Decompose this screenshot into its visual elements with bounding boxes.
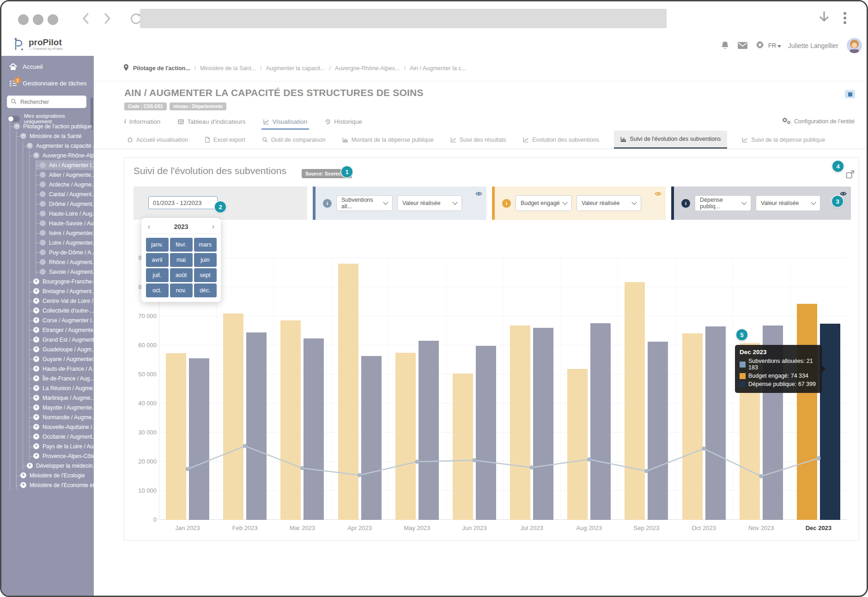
month-button-ao-t[interactable]: août bbox=[170, 268, 193, 282]
breadcrumb-item[interactable]: Ministère de la Sant... bbox=[200, 65, 256, 72]
subtab-accueil-visualisation[interactable]: Accueil visualisation bbox=[125, 131, 190, 149]
month-button-juil[interactable]: juil. bbox=[146, 268, 169, 282]
tree-item-allier-augmente[interactable]: Allier / Augmente... bbox=[36, 170, 94, 180]
tree-item-la-r-union-augme[interactable]: +La Réunion / Augme... bbox=[30, 383, 94, 393]
tree-item-haute-loire-aug[interactable]: Haute-Loire / Aug... bbox=[36, 209, 94, 218]
tree-item-minist-re-de-la-sant[interactable]: −Ministère de la Santé bbox=[17, 131, 94, 141]
eye-icon[interactable] bbox=[655, 190, 662, 198]
month-button-juin[interactable]: juin bbox=[194, 253, 217, 267]
subtab-suivi-de-la-d-pense-publique[interactable]: Suivi de la dépense publique bbox=[740, 131, 827, 149]
bar-d-pense-publique-feb-2023[interactable] bbox=[246, 332, 267, 520]
kebab-menu-icon[interactable] bbox=[843, 12, 847, 26]
tree-item-pilotage-de-l-action-publique[interactable]: −Pilotage de l'action publique ... bbox=[10, 121, 94, 131]
bar-d-pense-publique-aug-2023[interactable] bbox=[590, 323, 611, 520]
download-icon[interactable] bbox=[818, 11, 830, 26]
tree-item-grand-est-augment[interactable]: +Grand Est / Augment... bbox=[30, 335, 94, 344]
month-button-sept[interactable]: sept bbox=[194, 268, 217, 282]
tree-item-normandie-augme[interactable]: +Normandie / Augme... bbox=[30, 412, 94, 422]
bell-icon[interactable] bbox=[721, 41, 729, 52]
subtab-montant-de-la-d-pense-publique[interactable]: Montant de la dépense publique bbox=[340, 131, 436, 149]
gear-icon[interactable] bbox=[756, 41, 764, 51]
breadcrumb-item[interactable]: Ain / Augmenter la c... bbox=[410, 65, 466, 72]
expand-icon[interactable] bbox=[846, 170, 855, 181]
forward-icon[interactable] bbox=[102, 12, 112, 26]
plus-icon[interactable]: + bbox=[33, 375, 39, 381]
bar-budget-engag-aug-2023[interactable] bbox=[567, 369, 588, 520]
entity-config-button[interactable]: Configuration de l'entité bbox=[782, 117, 855, 126]
tree-item-pays-de-la-loire-au[interactable]: +Pays de la Loire / Au... bbox=[30, 441, 94, 451]
subtab-excel-export[interactable]: Excel export bbox=[203, 131, 247, 149]
tree-item-minist-re-de-l-economie-et[interactable]: +Ministère de l'Economie et... bbox=[17, 480, 94, 490]
propilot-logo[interactable]: proPilot — Powered by dFakto bbox=[12, 37, 63, 52]
bar-budget-engag-jun-2023[interactable] bbox=[453, 374, 473, 520]
toggle-pill[interactable] bbox=[8, 116, 20, 122]
indicator-select-subventions[interactable]: Subventions all... bbox=[336, 195, 393, 211]
tree-item-provence-alpes-c-te[interactable]: +Provence-Alpes-Côte... bbox=[30, 451, 94, 461]
bar-d-pense-publique-oct-2023[interactable] bbox=[705, 326, 726, 520]
plus-icon[interactable]: + bbox=[33, 395, 39, 401]
bar-budget-engag-mar-2023[interactable] bbox=[280, 320, 301, 520]
subtab-suivi-des-r-sultats[interactable]: Suivi des résultats bbox=[449, 131, 508, 149]
plus-icon[interactable]: + bbox=[33, 317, 39, 323]
tree-item-d-velopper-la-m-decin[interactable]: +Développer la médecin... bbox=[23, 461, 94, 470]
bar-budget-engag-sep-2023[interactable] bbox=[625, 282, 645, 520]
plus-icon[interactable]: + bbox=[33, 414, 39, 420]
plus-icon[interactable]: + bbox=[33, 288, 39, 294]
breadcrumb-item[interactable]: Pilotage de l'action... bbox=[133, 65, 190, 72]
mail-icon[interactable] bbox=[738, 42, 747, 51]
minus-icon[interactable]: − bbox=[20, 133, 26, 139]
tree-item-ain-augmenter-l[interactable]: Ain / Augmenter l... bbox=[36, 160, 94, 170]
bar-d-pense-publique-apr-2023[interactable] bbox=[361, 356, 382, 520]
datepicker-year[interactable]: 2023 bbox=[174, 223, 188, 230]
tree-item-haute-savoie-au[interactable]: Haute-Savoie / Au... bbox=[36, 218, 94, 228]
bar-budget-engag-dec-2023[interactable] bbox=[797, 304, 817, 520]
indicator-select-budget[interactable]: Budget engagé bbox=[516, 195, 572, 211]
measure-select-budget[interactable]: Valeur réalisée bbox=[577, 195, 641, 211]
plus-icon[interactable]: + bbox=[33, 443, 39, 449]
language-selector[interactable]: FR bbox=[768, 42, 781, 49]
plus-icon[interactable]: + bbox=[33, 278, 39, 284]
tab-visualisation[interactable]: Visualisation bbox=[263, 115, 308, 128]
month-button-mai[interactable]: mai bbox=[170, 253, 193, 267]
bar-d-pense-publique-sep-2023[interactable] bbox=[648, 342, 668, 520]
subtab-evolution-des-subventions[interactable]: Evolution des subventions bbox=[521, 131, 601, 149]
plus-icon[interactable]: + bbox=[33, 356, 39, 362]
bar-d-pense-publique-dec-2023[interactable] bbox=[820, 324, 840, 520]
tree-item-bretagne-augment[interactable]: +Bretagne / Augment... bbox=[30, 286, 94, 296]
search-input[interactable] bbox=[19, 98, 81, 106]
plus-icon[interactable]: + bbox=[33, 327, 39, 333]
plus-icon[interactable]: + bbox=[33, 453, 39, 459]
month-button-d-c[interactable]: déc. bbox=[194, 283, 217, 297]
plus-icon[interactable]: + bbox=[33, 366, 39, 372]
month-button-f-vr[interactable]: févr. bbox=[170, 238, 193, 252]
bar-budget-engag-oct-2023[interactable] bbox=[682, 333, 703, 520]
plus-icon[interactable]: + bbox=[33, 385, 39, 391]
plus-icon[interactable]: + bbox=[33, 404, 39, 410]
tree-item-bourgogne-franche[interactable]: +Bourgogne-Franche-... bbox=[30, 277, 94, 286]
tree-item-loire-augmenter[interactable]: Loire / Augmenter... bbox=[36, 238, 94, 247]
measure-select-depense[interactable]: Valeur réalisée bbox=[756, 195, 820, 211]
breadcrumb-item[interactable]: Augmenter la capacit... bbox=[266, 65, 325, 72]
tree-item-savoie-augment[interactable]: Savoie / Augment... bbox=[36, 267, 94, 277]
prev-year-button[interactable]: ‹ bbox=[148, 223, 150, 231]
tab-information[interactable]: iInformation bbox=[124, 115, 160, 128]
next-year-button[interactable]: › bbox=[212, 223, 214, 231]
tree-item-hauts-de-france-a[interactable]: +Hauts-de-France / A... bbox=[30, 364, 94, 374]
month-button-janv[interactable]: janv. bbox=[146, 238, 169, 252]
bar-d-pense-publique-may-2023[interactable] bbox=[419, 341, 439, 520]
tree-item-le-de-france-aug[interactable]: +Île-de-France / Aug... bbox=[30, 374, 94, 383]
bar-budget-engag-feb-2023[interactable] bbox=[223, 314, 243, 520]
plus-icon[interactable]: + bbox=[33, 424, 39, 430]
tab-historique[interactable]: Historique bbox=[325, 115, 362, 128]
tree-item-dr-me-augment[interactable]: Drôme / Augment... bbox=[36, 199, 94, 209]
tree-item-occitanie-augment[interactable]: +Occitanie / Augment... bbox=[30, 432, 94, 441]
url-bar[interactable] bbox=[140, 9, 667, 28]
date-range-input[interactable] bbox=[148, 196, 218, 209]
plus-icon[interactable]: + bbox=[33, 346, 39, 352]
tree-item-martinique-augme[interactable]: +Martinique / Augme... bbox=[30, 393, 94, 403]
tree-item-etranger-augmente[interactable]: +Etranger / Augmente... bbox=[30, 325, 94, 335]
tree-item-cantal-augment[interactable]: Cantal / Augment... bbox=[36, 189, 94, 199]
tab-tableau-d-indicateurs[interactable]: Tableau d'indicateurs bbox=[178, 115, 245, 128]
tree-item-rh-ne-augment[interactable]: Rhône / Augment... bbox=[36, 257, 94, 267]
minus-icon[interactable]: − bbox=[14, 123, 20, 129]
